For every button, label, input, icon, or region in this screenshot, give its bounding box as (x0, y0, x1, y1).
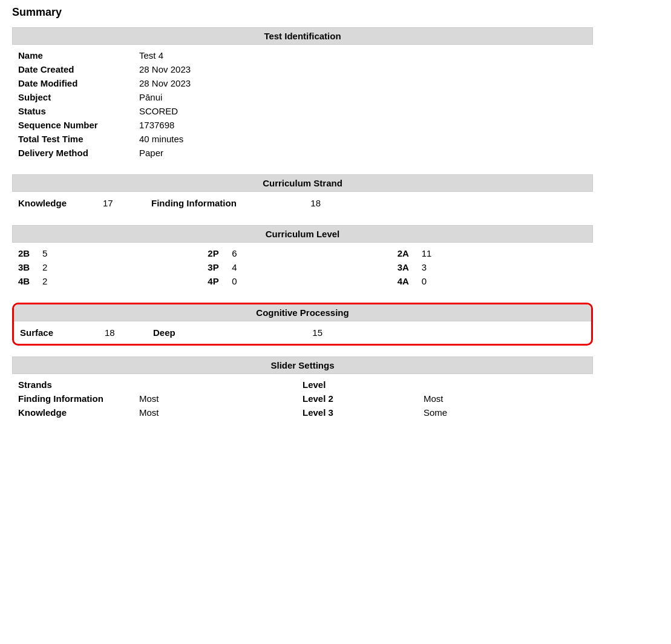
slider-left-label: Knowledge (18, 407, 139, 418)
level-key: 2B (18, 248, 42, 258)
level-val: 2 (42, 276, 79, 286)
slider-right-value: Most (424, 393, 587, 404)
test-id-value: Pānui (139, 92, 587, 102)
level-cell: 2P6 (208, 248, 397, 258)
slider-level-header: Level (303, 380, 587, 390)
strand-right-label: Finding Information (151, 198, 272, 208)
slider-row: Knowledge Most Level 3 Some (18, 406, 587, 419)
slider-left: Knowledge Most (18, 407, 303, 418)
test-id-label: Name (18, 50, 139, 61)
level-key: 3P (208, 262, 232, 272)
level-key: 4B (18, 276, 42, 286)
cognitive-right-label: Deep (153, 327, 274, 338)
level-cell: 3A3 (398, 262, 587, 272)
curriculum-level-header: Curriculum Level (12, 225, 593, 243)
level-val: 0 (232, 276, 268, 286)
test-id-row: StatusSCORED (18, 104, 587, 118)
cognitive-processing-header: Cognitive Processing (14, 304, 591, 321)
test-id-row: Total Test Time40 minutes (18, 132, 587, 146)
test-id-label: Delivery Method (18, 148, 139, 158)
test-id-row: Date Modified28 Nov 2023 (18, 76, 587, 90)
level-key: 2A (398, 248, 422, 258)
level-cell: 4P0 (208, 276, 397, 286)
page-title: Summary (12, 6, 593, 19)
test-identification-body: NameTest 4Date Created28 Nov 2023Date Mo… (12, 45, 593, 163)
test-id-label: Date Modified (18, 78, 139, 88)
level-key: 2P (208, 248, 232, 258)
cognitive-left-value: 18 (105, 327, 153, 338)
test-id-label: Status (18, 106, 139, 116)
test-id-value: Test 4 (139, 50, 587, 61)
level-cell: 2A11 (398, 248, 587, 258)
test-id-value: 28 Nov 2023 (139, 64, 587, 74)
slider-right: Level 2 Most (303, 393, 587, 404)
test-id-row: SubjectPānui (18, 90, 587, 104)
curriculum-strand-body: Knowledge 17 Finding Information 18 (12, 192, 593, 214)
test-id-label: Date Created (18, 64, 139, 74)
cognitive-right-value: 15 (274, 327, 322, 338)
level-val: 5 (42, 248, 79, 258)
test-id-value: SCORED (139, 106, 587, 116)
level-cell: 3P4 (208, 262, 397, 272)
strand-left-value: 17 (103, 198, 151, 208)
level-val: 0 (422, 276, 458, 286)
slider-header-row: Strands Level (18, 378, 587, 392)
test-id-label: Subject (18, 92, 139, 102)
slider-row: Finding Information Most Level 2 Most (18, 392, 587, 406)
slider-settings-body: Strands Level Finding Information Most L… (12, 374, 593, 423)
strand-row: Knowledge 17 Finding Information 18 (18, 196, 587, 211)
test-id-value: 28 Nov 2023 (139, 78, 587, 88)
level-val: 11 (422, 248, 458, 258)
test-id-label: Total Test Time (18, 134, 139, 144)
test-identification-section: Test Identification NameTest 4Date Creat… (12, 27, 593, 163)
curriculum-level-section: Curriculum Level 2B52P62A113B23P43A34B24… (12, 225, 593, 292)
test-id-row: Sequence Number1737698 (18, 118, 587, 132)
test-id-value: Paper (139, 148, 587, 158)
test-id-value: 1737698 (139, 120, 587, 130)
level-key: 3A (398, 262, 422, 272)
slider-left-value: Most (139, 407, 303, 418)
level-val: 6 (232, 248, 268, 258)
level-val: 4 (232, 262, 268, 272)
cognitive-left-label: Surface (20, 327, 105, 338)
strand-left-label: Knowledge (18, 198, 103, 208)
test-id-row: Date Created28 Nov 2023 (18, 62, 587, 76)
level-key: 4A (398, 276, 422, 286)
slider-strands-header: Strands (18, 380, 303, 390)
level-key: 3B (18, 262, 42, 272)
slider-right-label: Level 3 (303, 407, 424, 418)
slider-right-value: Some (424, 407, 587, 418)
cognitive-row: Surface 18 Deep 15 (20, 325, 585, 340)
level-row: 4B24P04A0 (18, 274, 587, 288)
test-id-row: NameTest 4 (18, 48, 587, 62)
slider-left-value: Most (139, 393, 303, 404)
slider-settings-header: Slider Settings (12, 356, 593, 374)
level-row: 3B23P43A3 (18, 260, 587, 274)
slider-right: Level 3 Some (303, 407, 587, 418)
level-cell: 2B5 (18, 248, 208, 258)
level-val: 3 (422, 262, 458, 272)
slider-right-label: Level 2 (303, 393, 424, 404)
level-row: 2B52P62A11 (18, 246, 587, 260)
cognitive-processing-section: Cognitive Processing Surface 18 Deep 15 (12, 303, 593, 346)
slider-left-label: Finding Information (18, 393, 139, 404)
test-identification-header: Test Identification (12, 27, 593, 45)
level-cell: 4A0 (398, 276, 587, 286)
level-key: 4P (208, 276, 232, 286)
level-val: 2 (42, 262, 79, 272)
curriculum-level-body: 2B52P62A113B23P43A34B24P04A0 (12, 243, 593, 292)
test-id-label: Sequence Number (18, 120, 139, 130)
level-cell: 3B2 (18, 262, 208, 272)
cognitive-processing-body: Surface 18 Deep 15 (14, 321, 591, 344)
curriculum-strand-section: Curriculum Strand Knowledge 17 Finding I… (12, 174, 593, 214)
strand-right-value: 18 (272, 198, 321, 208)
test-id-value: 40 minutes (139, 134, 587, 144)
curriculum-strand-header: Curriculum Strand (12, 174, 593, 192)
test-id-row: Delivery MethodPaper (18, 146, 587, 160)
slider-settings-section: Slider Settings Strands Level Finding In… (12, 356, 593, 423)
slider-left: Finding Information Most (18, 393, 303, 404)
level-cell: 4B2 (18, 276, 208, 286)
